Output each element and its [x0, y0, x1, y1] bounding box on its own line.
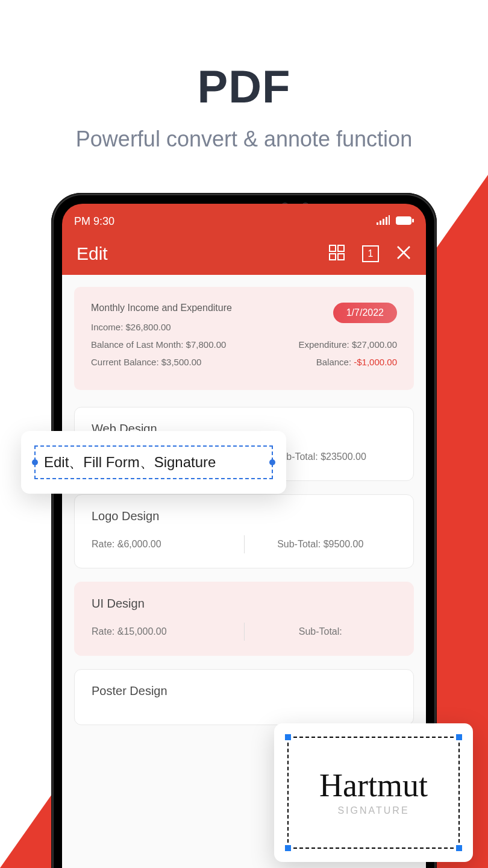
svg-rect-4 — [389, 215, 390, 225]
app-bar: Edit 1 — [62, 233, 426, 275]
summary-balance: Balance: -$1,000.00 — [316, 357, 397, 367]
resize-handle-bl[interactable] — [284, 844, 292, 852]
app-bar-title: Edit — [77, 244, 328, 264]
selection-handle-left[interactable] — [32, 459, 38, 465]
svg-rect-1 — [380, 221, 381, 225]
signature-script: Hartmut — [319, 769, 428, 802]
summary-last-balance: Balance of Last Month: $7,800.00 — [91, 339, 226, 350]
date-badge[interactable]: 1/7/2022 — [333, 303, 397, 323]
signature-box[interactable]: Hartmut SIGNATURE — [287, 737, 460, 849]
signature-overlay[interactable]: Hartmut SIGNATURE — [274, 723, 473, 862]
status-bar: PM 9:30 — [62, 204, 426, 233]
item-title: Logo Design — [92, 509, 396, 523]
item-title: Poster Design — [92, 684, 396, 698]
resize-handle-tl[interactable] — [284, 733, 292, 741]
item-rate: Rate: &15,000.00 — [92, 626, 244, 637]
selection-text: Edit、Fill Form、Signature — [44, 454, 216, 470]
svg-rect-9 — [330, 254, 336, 260]
svg-rect-3 — [386, 217, 387, 225]
hero-subtitle: Powerful convert & annote function — [0, 127, 488, 152]
selection-handle-right[interactable] — [269, 459, 275, 465]
text-selection-box[interactable]: Edit、Fill Form、Signature — [34, 445, 273, 479]
svg-rect-5 — [396, 216, 411, 225]
signal-icon — [377, 215, 390, 228]
grid-view-icon[interactable] — [328, 244, 345, 263]
svg-rect-8 — [338, 245, 344, 251]
item-card-logo-design[interactable]: Logo Design Rate: &6,000.00 Sub-Total: $… — [74, 494, 414, 568]
item-card-ui-design[interactable]: UI Design Rate: &15,000.00 Sub-Total: — [74, 582, 414, 656]
item-title: UI Design — [92, 597, 396, 611]
summary-current-balance: Current Balance: $3,500.00 — [91, 357, 201, 367]
item-rate: Rate: &6,000.00 — [92, 539, 244, 550]
svg-rect-2 — [383, 219, 384, 225]
item-subtotal: Sub-Total: $9500.00 — [245, 539, 397, 550]
hero-title: PDF — [0, 60, 488, 113]
item-card-poster-design[interactable]: Poster Design — [74, 669, 414, 725]
status-time: PM 9:30 — [74, 215, 114, 228]
summary-card: Monthly Income and Expenditure Income: $… — [74, 287, 414, 390]
close-icon[interactable] — [396, 245, 411, 263]
summary-income: Income: $26,800.00 — [91, 322, 232, 332]
svg-rect-6 — [412, 219, 414, 222]
summary-title: Monthly Income and Expenditure — [91, 303, 232, 313]
text-selection-overlay[interactable]: Edit、Fill Form、Signature — [21, 431, 286, 494]
svg-rect-7 — [330, 245, 336, 251]
battery-icon — [396, 215, 414, 228]
page-indicator[interactable]: 1 — [362, 245, 379, 262]
summary-expenditure: Expenditure: $27,000.00 — [299, 339, 397, 350]
signature-label: SIGNATURE — [337, 805, 409, 816]
svg-rect-10 — [338, 254, 344, 260]
resize-handle-tr[interactable] — [455, 733, 463, 741]
svg-rect-0 — [377, 222, 378, 225]
item-subtotal: Sub-Total: — [245, 626, 397, 637]
resize-handle-br[interactable] — [455, 844, 463, 852]
